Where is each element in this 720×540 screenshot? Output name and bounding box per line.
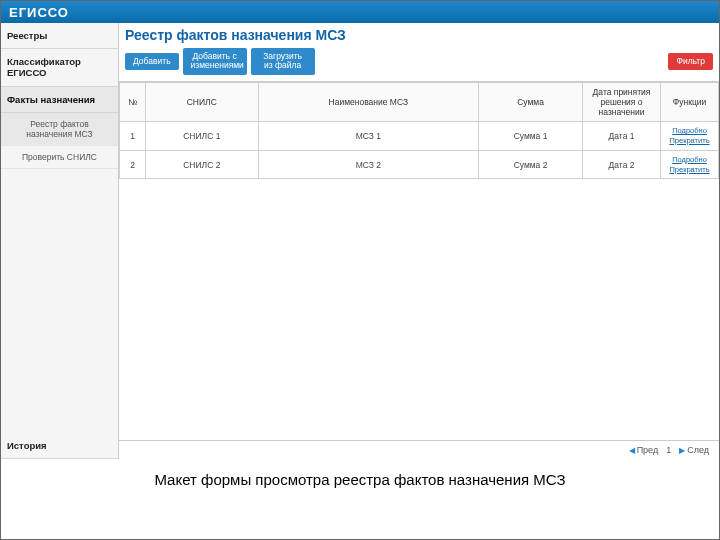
pager-page: 1: [666, 445, 671, 455]
cell-sum: Сумма 1: [479, 122, 583, 151]
cell-date: Дата 2: [583, 150, 661, 179]
stop-link[interactable]: Прекратить: [664, 136, 715, 146]
col-func: Функции: [661, 82, 719, 122]
toolbar: Добавить Добавить с изменениями Загрузит…: [119, 46, 719, 82]
sidebar-sub-check-snils[interactable]: Проверить СНИЛС: [1, 146, 118, 169]
sidebar-item-registries[interactable]: Реестры: [1, 23, 118, 49]
upload-from-file-button[interactable]: Загрузить из файла: [251, 48, 315, 75]
table-row: 1 СНИЛС 1 МСЗ 1 Сумма 1 Дата 1 Подробно …: [120, 122, 719, 151]
cell-num: 2: [120, 150, 146, 179]
top-bar: ЕГИССО: [1, 1, 719, 23]
pager: ◀Пред 1 ▶След: [119, 440, 719, 459]
sidebar-sub-msz-registry[interactable]: Реестр фактов назначения МСЗ: [1, 113, 118, 146]
col-name: Наименование МСЗ: [258, 82, 478, 122]
cell-name: МСЗ 1: [258, 122, 478, 151]
cell-snils: СНИЛС 1: [146, 122, 259, 151]
add-button[interactable]: Добавить: [125, 53, 179, 70]
col-snils: СНИЛС: [146, 82, 259, 122]
sidebar-item-facts[interactable]: Факты назначения: [1, 87, 118, 113]
cell-num: 1: [120, 122, 146, 151]
stop-link[interactable]: Прекратить: [664, 165, 715, 175]
sidebar: Реестры Классификатор ЕГИССО Факты назна…: [1, 23, 119, 459]
cell-sum: Сумма 2: [479, 150, 583, 179]
pager-next[interactable]: ▶След: [679, 445, 709, 455]
page-title: Реестр фактов назначения МСЗ: [119, 23, 719, 46]
cell-func: Подробно Прекратить: [661, 150, 719, 179]
pager-prev[interactable]: ◀Пред: [629, 445, 659, 455]
col-sum: Сумма: [479, 82, 583, 122]
chevron-left-icon: ◀: [629, 446, 635, 455]
add-with-changes-button[interactable]: Добавить с изменениями: [183, 48, 247, 75]
cell-name: МСЗ 2: [258, 150, 478, 179]
figure-caption: Макет формы просмотра реестра фактов наз…: [1, 459, 719, 488]
col-num: №: [120, 82, 146, 122]
facts-table: № СНИЛС Наименование МСЗ Сумма Дата прин…: [119, 82, 719, 180]
sidebar-item-history[interactable]: История: [1, 433, 118, 459]
col-date: Дата принятия решения о назначении: [583, 82, 661, 122]
filter-button[interactable]: Фильтр: [668, 53, 713, 70]
brand-logo: ЕГИССО: [9, 5, 69, 20]
main-panel: Реестр фактов назначения МСЗ Добавить До…: [119, 23, 719, 459]
table-row: 2 СНИЛС 2 МСЗ 2 Сумма 2 Дата 2 Подробно …: [120, 150, 719, 179]
cell-func: Подробно Прекратить: [661, 122, 719, 151]
sidebar-item-classifier[interactable]: Классификатор ЕГИССО: [1, 49, 118, 87]
detail-link[interactable]: Подробно: [664, 155, 715, 165]
cell-snils: СНИЛС 2: [146, 150, 259, 179]
chevron-right-icon: ▶: [679, 446, 685, 455]
cell-date: Дата 1: [583, 122, 661, 151]
detail-link[interactable]: Подробно: [664, 126, 715, 136]
